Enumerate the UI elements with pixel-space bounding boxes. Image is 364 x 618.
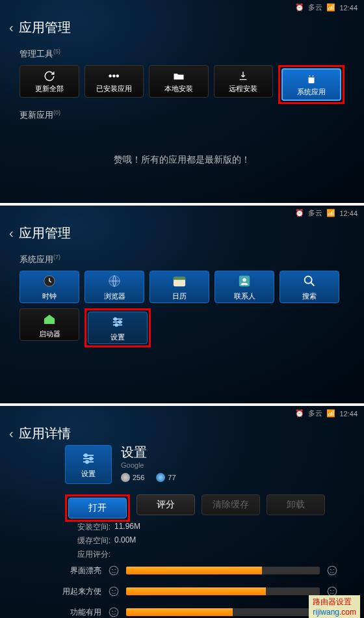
app-stats: 256 77 [121, 473, 176, 482]
page-title: 应用管理 [19, 224, 71, 242]
svg-point-23 [115, 590, 116, 591]
svg-point-27 [109, 608, 118, 617]
rating-row: 功能有用 [39, 606, 344, 618]
face-icon[interactable] [108, 606, 120, 618]
tile-remote-install[interactable]: 远程安装 [214, 65, 274, 98]
apps-grid: 时钟 浏览器 日历 联系人 搜索 启动器 设置 [0, 271, 364, 347]
svg-point-21 [109, 587, 118, 596]
tools-row: 更新全部 ••• 已安装应用 本地安装 远程安装 系统应用 [0, 65, 364, 104]
clock-icon [42, 273, 57, 289]
info-rows: 安装空间:11.96M 缓存空间:0.00M 应用评分: [65, 522, 140, 563]
svg-point-28 [112, 611, 113, 612]
screen-app-management: ⏰ 多云 📶 12:44 ‹ 应用管理 管理工具(5) 更新全部 ••• 已安装… [0, 0, 364, 203]
back-icon[interactable]: ‹ [9, 426, 14, 441]
header: ‹ 应用管理 [0, 15, 364, 43]
weather-text: 多云 [308, 3, 322, 12]
app-tile-search[interactable]: 搜索 [280, 271, 339, 303]
svg-point-17 [115, 569, 116, 571]
svg-rect-5 [174, 276, 185, 280]
wifi-icon: 📶 [326, 3, 335, 12]
section-management-tools: 管理工具(5) [20, 48, 364, 60]
face-icon[interactable] [108, 585, 120, 597]
svg-point-18 [328, 566, 337, 575]
app-tile-browser[interactable]: 浏览器 [84, 271, 144, 303]
rating-rows: 界面漂亮 用起来方便 功能有用 [39, 565, 344, 618]
svg-point-9 [114, 318, 117, 321]
svg-point-26 [333, 590, 335, 591]
svg-point-15 [109, 566, 118, 575]
detail-info: 设置 Google 256 77 [121, 444, 176, 482]
wifi-icon: 📶 [326, 409, 335, 418]
download-icon [238, 70, 248, 83]
face-icon[interactable] [108, 565, 120, 576]
svg-point-7 [242, 278, 246, 281]
svg-point-24 [328, 587, 337, 596]
search-icon [302, 273, 317, 289]
face-icon[interactable] [326, 565, 338, 576]
clock-text: 12:44 [339, 410, 358, 418]
highlight-settings: 设置 [84, 308, 151, 347]
globe-icon [107, 273, 122, 289]
tile-installed-apps[interactable]: ••• 已安装应用 [84, 65, 144, 98]
header: ‹ 应用管理 [0, 221, 364, 249]
section-update-apps: 更新应用(0) [20, 109, 364, 121]
app-tile-calendar[interactable]: 日历 [150, 271, 209, 303]
calendar-icon [172, 273, 187, 289]
clear-cache-button[interactable]: 清除缓存 [202, 494, 260, 515]
status-bar: ⏰ 多云 📶 12:44 [0, 406, 364, 421]
dots-icon: ••• [109, 70, 120, 83]
svg-point-12 [84, 454, 87, 457]
app-rating-label: 应用评分: [65, 549, 110, 560]
page-title: 应用详情 [19, 425, 71, 442]
svg-point-13 [90, 457, 92, 460]
highlight-open: 打开 [65, 494, 130, 522]
app-name: 设置 [121, 444, 176, 461]
status-bar: ⏰ 多云 📶 12:44 [0, 206, 364, 221]
app-tile-clock[interactable]: 时钟 [20, 271, 79, 303]
weather-text: 多云 [308, 208, 322, 218]
app-tile-contacts[interactable]: 联系人 [214, 271, 274, 303]
open-button[interactable]: 打开 [68, 498, 127, 518]
rating-bar [126, 608, 320, 616]
weather-text: 多云 [308, 409, 322, 418]
android-icon [306, 73, 317, 86]
contacts-icon [237, 273, 252, 289]
rating-row: 界面漂亮 [39, 565, 344, 576]
svg-point-14 [86, 461, 88, 463]
alarm-icon: ⏰ [295, 3, 304, 12]
page-title: 应用管理 [19, 19, 71, 36]
alarm-icon: ⏰ [295, 209, 304, 217]
svg-point-19 [330, 569, 332, 571]
screen-system-apps: ⏰ 多云 📶 12:44 ‹ 应用管理 系统应用(7) 时钟 浏览器 日历 联系… [0, 206, 364, 403]
app-tile-settings[interactable]: 设置 [88, 312, 148, 344]
home-icon [42, 311, 57, 327]
action-row: 打开 评分 清除缓存 卸载 [65, 494, 325, 522]
section-system-apps: 系统应用(7) [20, 254, 364, 265]
tile-update-all[interactable]: 更新全部 [20, 65, 79, 98]
back-icon[interactable]: ‹ [9, 20, 14, 35]
cache-space-value: 0.00M [114, 535, 136, 546]
rating-bar [126, 587, 320, 595]
wifi-icon: 📶 [326, 209, 335, 217]
uninstall-button[interactable]: 卸载 [266, 494, 325, 515]
svg-point-16 [112, 569, 113, 571]
header: ‹ 应用详情 [0, 421, 364, 449]
app-tile-launcher[interactable]: 启动器 [20, 308, 79, 341]
highlight-system-apps: 系统应用 [278, 65, 344, 104]
install-space-value: 11.96M [114, 522, 140, 533]
svg-point-10 [119, 321, 122, 323]
svg-point-25 [330, 590, 332, 591]
svg-point-29 [115, 611, 116, 612]
status-bar: ⏰ 多云 📶 12:44 [0, 0, 364, 15]
cache-space-label: 缓存空间: [65, 535, 110, 546]
tile-local-install[interactable]: 本地安装 [149, 65, 209, 98]
rate-button[interactable]: 评分 [136, 494, 195, 515]
svg-point-11 [115, 324, 118, 327]
tile-system-apps[interactable]: 系统应用 [281, 68, 341, 101]
sliders-icon [110, 314, 125, 330]
app-vendor: Google [121, 461, 176, 469]
back-icon[interactable]: ‹ [9, 226, 14, 241]
clock-text: 12:44 [339, 209, 358, 217]
downloads-icon [121, 473, 130, 482]
rating-row: 用起来方便 [39, 585, 344, 597]
